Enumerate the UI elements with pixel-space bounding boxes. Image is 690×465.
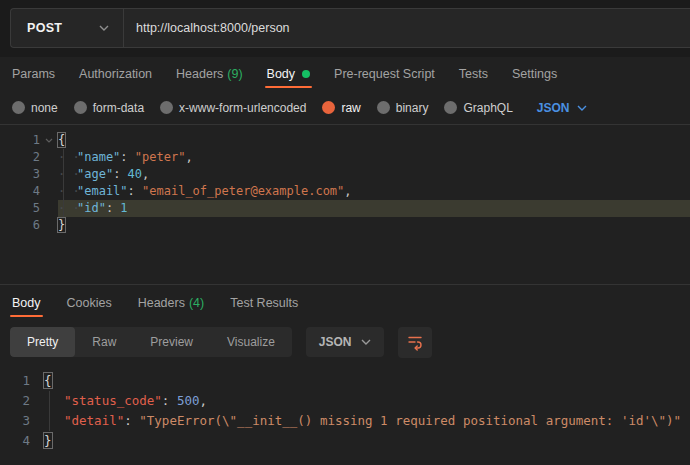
tab-headers[interactable]: Headers (9): [174, 57, 245, 91]
radio-form-data[interactable]: form-data: [74, 101, 144, 115]
radio-circle-icon: [74, 101, 87, 114]
editor-line: 3 "age": 40,: [0, 166, 690, 183]
fold-chevron-icon[interactable]: [40, 132, 58, 149]
response-language-select[interactable]: JSON: [306, 327, 384, 357]
headers-count-badge: (9): [227, 67, 242, 81]
request-tabs: Params Authorization Headers (9) Body Pr…: [0, 57, 690, 91]
editor-line: 1 {: [0, 132, 690, 149]
response-toolbar: Pretty Raw Preview Visualize JSON: [0, 320, 690, 364]
radio-circle-icon: [444, 101, 457, 114]
tab-pre-request-script[interactable]: Pre-request Script: [332, 57, 437, 91]
response-headers-count-badge: (4): [189, 296, 204, 310]
view-preview-button[interactable]: Preview: [133, 327, 210, 357]
radio-raw[interactable]: raw: [322, 101, 360, 115]
url-control: POST: [10, 8, 690, 48]
view-raw-button[interactable]: Raw: [75, 327, 133, 357]
radio-x-www-form-urlencoded[interactable]: x-www-form-urlencoded: [160, 101, 306, 115]
response-tab-test-results[interactable]: Test Results: [228, 285, 300, 320]
tab-authorization[interactable]: Authorization: [77, 57, 154, 91]
request-body-editor[interactable]: 1 { 2 "name": "peter", 3 "age": 40, 4 "e…: [0, 124, 690, 284]
chevron-down-icon: [361, 339, 371, 345]
postman-request-panel: POST Params Authorization Headers (9) Bo…: [0, 0, 690, 465]
radio-circle-icon: [12, 101, 25, 114]
radio-circle-icon: [160, 101, 173, 114]
tab-tests[interactable]: Tests: [457, 57, 490, 91]
editor-line: 2 "status_code": 500,: [0, 391, 690, 411]
response-tab-headers[interactable]: Headers (4): [136, 285, 207, 320]
tab-params[interactable]: Params: [10, 57, 57, 91]
chevron-down-icon: [577, 105, 587, 111]
body-type-row: none form-data x-www-form-urlencoded raw…: [0, 91, 690, 124]
wrap-text-icon: [407, 334, 423, 351]
method-select[interactable]: POST: [11, 9, 123, 47]
editor-line: 4 }: [0, 431, 690, 451]
tab-body[interactable]: Body: [265, 57, 313, 91]
body-filled-dot: [302, 70, 310, 78]
response-tab-cookies[interactable]: Cookies: [65, 285, 114, 320]
request-language-select[interactable]: JSON: [537, 101, 587, 115]
editor-line: 2 "name": "peter",: [0, 149, 690, 166]
view-pretty-button[interactable]: Pretty: [10, 327, 75, 357]
editor-line: 4 "email": "email_of_peter@example.com",: [0, 183, 690, 200]
radio-binary[interactable]: binary: [377, 101, 429, 115]
editor-line: 6 }: [0, 217, 690, 234]
wrap-text-button[interactable]: [398, 327, 432, 358]
editor-line: 3 "detail": "TypeError(\"__init__() miss…: [0, 411, 690, 431]
view-visualize-button[interactable]: Visualize: [210, 327, 292, 357]
method-label: POST: [27, 21, 62, 35]
radio-none[interactable]: none: [12, 101, 58, 115]
tab-settings[interactable]: Settings: [510, 57, 559, 91]
radio-circle-icon: [377, 101, 390, 114]
editor-line: 1 {: [0, 371, 690, 391]
chevron-down-icon: [99, 25, 109, 31]
response-tab-body[interactable]: Body: [10, 285, 43, 320]
radio-graphql[interactable]: GraphQL: [444, 101, 512, 115]
radio-selected-icon: [322, 101, 335, 114]
view-mode-segmented-control: Pretty Raw Preview Visualize: [10, 327, 292, 357]
response-body-viewer[interactable]: 1 { 2 "status_code": 500, 3 "detail": "T…: [0, 364, 690, 464]
response-tabs: Body Cookies Headers (4) Test Results: [0, 284, 690, 320]
editor-line-highlighted: 5 "id": 1: [0, 200, 690, 217]
url-input[interactable]: [124, 9, 690, 47]
request-url-bar: POST: [0, 0, 690, 57]
indent-guide: [49, 391, 50, 431]
